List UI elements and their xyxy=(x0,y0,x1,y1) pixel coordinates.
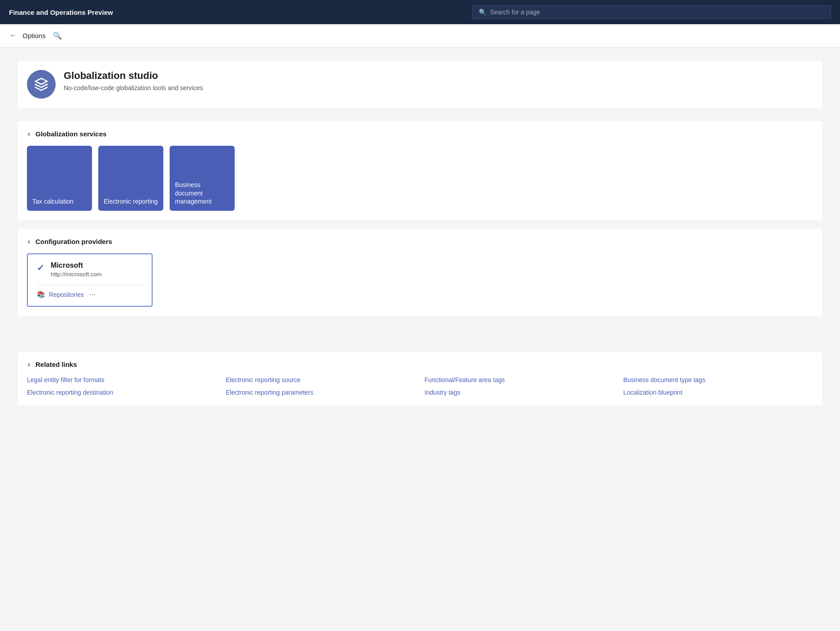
page-header-text: Globalization studio No-code/low-code gl… xyxy=(64,70,203,91)
configuration-providers-section: ∧ Configuration providers ✓ Microsoft ht… xyxy=(18,229,822,316)
back-button[interactable]: ← xyxy=(9,31,17,40)
related-links-grid: Legal entity filter for formats Electron… xyxy=(27,376,813,396)
tile-tax-calculation[interactable]: Tax calculation xyxy=(27,146,92,211)
provider-info: Microsoft http://microsoft.com xyxy=(51,261,101,278)
microsoft-provider-card: ✓ Microsoft http://microsoft.com 📚 Repos… xyxy=(27,253,153,307)
tile-tax-label: Tax calculation xyxy=(32,197,74,205)
search-bar[interactable]: 🔍 Search for a page xyxy=(472,5,831,19)
repositories-icon: 📚 xyxy=(37,291,45,299)
link-er-destination[interactable]: Electronic reporting destination xyxy=(27,389,217,396)
cube-icon xyxy=(34,77,48,91)
configuration-providers-label: Configuration providers xyxy=(35,238,112,245)
link-er-source[interactable]: Electronic reporting source xyxy=(226,376,416,383)
tile-er-label: Electronic reporting xyxy=(104,197,158,205)
more-options-icon[interactable]: ⋯ xyxy=(89,291,96,298)
chevron-up-icon: ∧ xyxy=(27,131,31,137)
top-navigation: Finance and Operations Preview 🔍 Search … xyxy=(0,0,840,24)
page-subtitle: No-code/low-code globalization tools and… xyxy=(64,84,203,91)
repositories-link[interactable]: Repositories xyxy=(49,291,84,298)
page-header: Globalization studio No-code/low-code gl… xyxy=(18,61,822,108)
options-label: Options xyxy=(22,32,46,39)
link-localization-blueprint[interactable]: Localization blueprint xyxy=(623,389,813,396)
related-links-header[interactable]: ∧ Related links xyxy=(27,361,813,368)
link-legal-entity-filter[interactable]: Legal entity filter for formats xyxy=(27,376,217,383)
tile-bd-label: Business document management xyxy=(175,181,229,205)
provider-url: http://microsoft.com xyxy=(51,271,101,278)
globalization-icon xyxy=(27,70,56,99)
search-placeholder: Search for a page xyxy=(490,9,540,16)
options-search-icon[interactable]: 🔍 xyxy=(53,31,62,40)
provider-top: ✓ Microsoft http://microsoft.com xyxy=(37,261,143,278)
globalization-services-label: Globalization services xyxy=(35,130,106,138)
provider-bottom: 📚 Repositories ⋯ xyxy=(37,285,143,299)
check-icon: ✓ xyxy=(37,262,44,273)
link-industry-tags[interactable]: Industry tags xyxy=(424,389,614,396)
search-icon: 🔍 xyxy=(479,9,486,16)
related-links-label: Related links xyxy=(35,361,77,368)
globalization-services-section: ∧ Globalization services Tax calculation… xyxy=(18,121,822,220)
app-title: Finance and Operations Preview xyxy=(9,9,113,16)
chevron-up-icon-2: ∧ xyxy=(27,239,31,245)
tile-business-document[interactable]: Business document management xyxy=(170,146,235,211)
spacer xyxy=(18,325,822,352)
link-er-parameters[interactable]: Electronic reporting parameters xyxy=(226,389,416,396)
tile-electronic-reporting[interactable]: Electronic reporting xyxy=(98,146,163,211)
link-business-doc-type-tags[interactable]: Business document type tags xyxy=(623,376,813,383)
options-bar: ← Options 🔍 xyxy=(0,24,840,48)
page-title: Globalization studio xyxy=(64,70,203,82)
configuration-providers-header[interactable]: ∧ Configuration providers xyxy=(27,238,813,245)
link-functional-feature-tags[interactable]: Functional/Feature area tags xyxy=(424,376,614,383)
related-links-section: ∧ Related links Legal entity filter for … xyxy=(18,352,822,405)
main-content: Globalization studio No-code/low-code gl… xyxy=(0,48,840,427)
tiles-container: Tax calculation Electronic reporting Bus… xyxy=(27,146,813,211)
provider-name: Microsoft xyxy=(51,261,101,270)
globalization-services-header[interactable]: ∧ Globalization services xyxy=(27,130,813,138)
chevron-up-icon-3: ∧ xyxy=(27,361,31,368)
